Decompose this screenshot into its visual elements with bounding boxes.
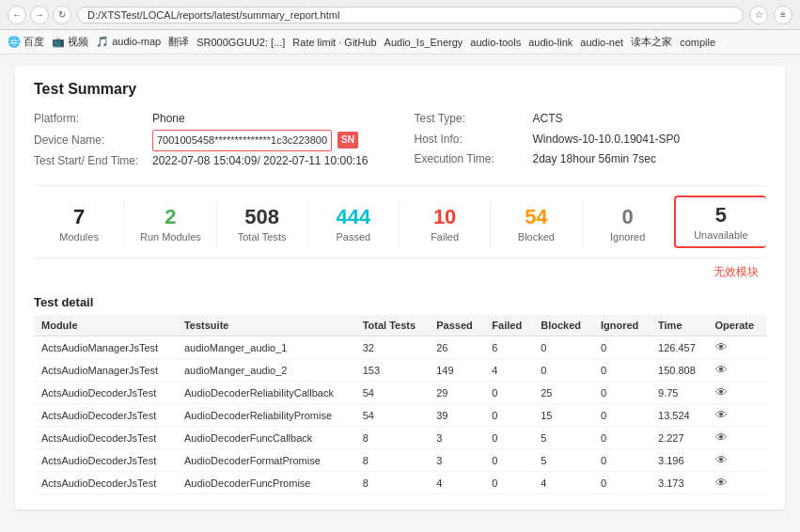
device-value: 7001005458**************1c3c223800 xyxy=(152,130,332,152)
cell-failed: 0 xyxy=(484,427,533,449)
testtype-label: Test Type: xyxy=(415,109,527,130)
time-row: Test Start/ End Time: 2022-07-08 15:04:0… xyxy=(34,151,386,172)
cell-module: ActsAudioDecoderJsTest xyxy=(34,427,177,449)
bookmark-net[interactable]: audio-net xyxy=(580,37,623,48)
cell-ignored: 0 xyxy=(593,359,651,382)
cell-testsuite: audioManger_audio_2 xyxy=(177,359,355,382)
col-ignored: Ignored xyxy=(593,315,651,336)
cell-module: ActsAudioDecoderJsTest xyxy=(34,449,177,472)
cell-time: 13.524 xyxy=(651,404,707,427)
blocked-number: 54 xyxy=(498,205,573,229)
cell-module: ActsAudioDecoderJsTest xyxy=(34,404,177,427)
cell-operate[interactable]: 👁 xyxy=(708,472,767,494)
menu-button[interactable]: ≡ xyxy=(774,6,792,24)
bookmark-link[interactable]: audio-link xyxy=(528,37,573,48)
cell-module: ActsAudioManagerJsTest xyxy=(34,336,177,359)
table-row: ActsAudioDecoderJsTest AudioDecoderRelia… xyxy=(34,382,766,404)
table-row: ActsAudioDecoderJsTest AudioDecoderForma… xyxy=(34,449,766,472)
bookmark-compile[interactable]: compile xyxy=(680,37,715,48)
view-icon[interactable]: 👁 xyxy=(715,363,728,377)
table-header: Module Testsuite Total Tests Passed Fail… xyxy=(34,315,766,336)
cell-total: 8 xyxy=(355,472,430,494)
cell-operate[interactable]: 👁 xyxy=(708,382,767,404)
detail-title: Test detail xyxy=(34,295,766,309)
time-label: Test Start/ End Time: xyxy=(34,151,147,172)
back-button[interactable]: ← xyxy=(8,6,26,24)
forward-button[interactable]: → xyxy=(30,6,49,24)
cell-passed: 26 xyxy=(429,336,484,359)
cell-operate[interactable]: 👁 xyxy=(708,359,767,382)
total-tests-number: 508 xyxy=(225,205,300,229)
cell-total: 54 xyxy=(355,382,430,404)
cell-blocked: 0 xyxy=(533,359,593,382)
cell-passed: 29 xyxy=(429,382,484,404)
cell-failed: 0 xyxy=(484,404,533,427)
page-content: Test Summary Platform: Phone Device Name… xyxy=(15,66,785,509)
bookmark-baidu[interactable]: 🌐 百度 xyxy=(8,35,44,49)
testtype-value: ACTS xyxy=(533,109,563,130)
device-label: Device Name: xyxy=(34,131,147,151)
stat-passed: 444 Passed xyxy=(308,199,400,248)
passed-number: 444 xyxy=(316,205,391,229)
ignored-number: 0 xyxy=(590,205,666,229)
exec-row: Execution Time: 2day 18hour 56min 7sec xyxy=(415,149,767,170)
exec-value: 2day 18hour 56min 7sec xyxy=(533,149,656,170)
bookmark-duzhi[interactable]: 读本之家 xyxy=(631,35,672,49)
cell-operate[interactable]: 👁 xyxy=(708,449,767,472)
bookmark-translate[interactable]: 翻译 xyxy=(168,35,189,49)
cell-time: 126.457 xyxy=(651,336,707,359)
cell-operate[interactable]: 👁 xyxy=(708,336,767,359)
bookmark-tools[interactable]: audio-tools xyxy=(470,37,521,48)
detail-table: Module Testsuite Total Tests Passed Fail… xyxy=(34,315,766,494)
address-bar[interactable]: D:/XTSTest/LOCAL/reports/latest/summary_… xyxy=(77,7,744,23)
cell-failed: 0 xyxy=(484,472,533,494)
unavailable-label: Unavailable xyxy=(683,229,759,241)
bookmark-button[interactable]: ☆ xyxy=(749,6,768,24)
failed-label: Failed xyxy=(407,231,482,243)
view-icon[interactable]: 👁 xyxy=(715,408,728,422)
cell-operate[interactable]: 👁 xyxy=(708,427,767,449)
bookmark-sr[interactable]: SR000GGUU2: [...] xyxy=(196,37,285,48)
cell-ignored: 0 xyxy=(593,404,651,427)
cell-passed: 39 xyxy=(429,404,484,427)
view-icon[interactable]: 👁 xyxy=(715,430,728,445)
cell-passed: 3 xyxy=(429,427,484,449)
bookmark-video[interactable]: 📺 视频 xyxy=(52,35,88,49)
bookmark-audiomap[interactable]: 🎵 audio-map xyxy=(96,36,161,48)
bookmark-github[interactable]: Rate limit · GitHub xyxy=(292,37,376,48)
cell-ignored: 0 xyxy=(593,472,651,494)
cell-testsuite: AudioDecoderFuncPromise xyxy=(177,472,355,494)
cell-time: 150.808 xyxy=(651,359,707,382)
stat-unavailable: 5 Unavailable xyxy=(674,196,766,248)
reload-button[interactable]: ↻ xyxy=(53,6,71,24)
view-icon[interactable]: 👁 xyxy=(715,476,728,490)
cell-failed: 4 xyxy=(484,359,533,382)
cell-time: 3.173 xyxy=(651,472,707,494)
run-modules-number: 2 xyxy=(133,205,208,229)
bookmark-energy[interactable]: Audio_Is_Energy xyxy=(384,37,463,48)
cell-testsuite: audioManger_audio_1 xyxy=(177,336,355,359)
table-row: ActsAudioDecoderJsTest AudioDecoderRelia… xyxy=(34,404,766,427)
unavailable-number: 5 xyxy=(683,203,759,227)
sn-badge: SN xyxy=(337,132,358,149)
cell-total: 153 xyxy=(355,359,430,382)
browser-bar: ← → ↻ D:/XTSTest/LOCAL/reports/latest/su… xyxy=(0,0,800,30)
cell-blocked: 0 xyxy=(533,336,593,359)
host-row: Host Info: Windows-10-10.0.19041-SP0 xyxy=(415,130,767,150)
col-blocked: Blocked xyxy=(533,315,593,336)
cell-total: 32 xyxy=(355,336,430,359)
cell-failed: 0 xyxy=(484,382,533,404)
cell-operate[interactable]: 👁 xyxy=(708,404,767,427)
stat-ignored: 0 Ignored xyxy=(583,199,674,248)
stat-run-modules: 2 Run Modules xyxy=(125,199,216,248)
table-row: ActsAudioManagerJsTest audioManger_audio… xyxy=(34,336,766,359)
col-testsuite: Testsuite xyxy=(177,315,355,336)
platform-value: Phone xyxy=(152,109,185,130)
view-icon[interactable]: 👁 xyxy=(715,340,728,354)
cell-module: ActsAudioDecoderJsTest xyxy=(34,382,177,404)
view-icon[interactable]: 👁 xyxy=(715,385,728,399)
cell-blocked: 15 xyxy=(533,404,593,427)
blocked-label: Blocked xyxy=(498,231,573,243)
view-icon[interactable]: 👁 xyxy=(715,453,728,467)
stat-failed: 10 Failed xyxy=(400,199,491,248)
